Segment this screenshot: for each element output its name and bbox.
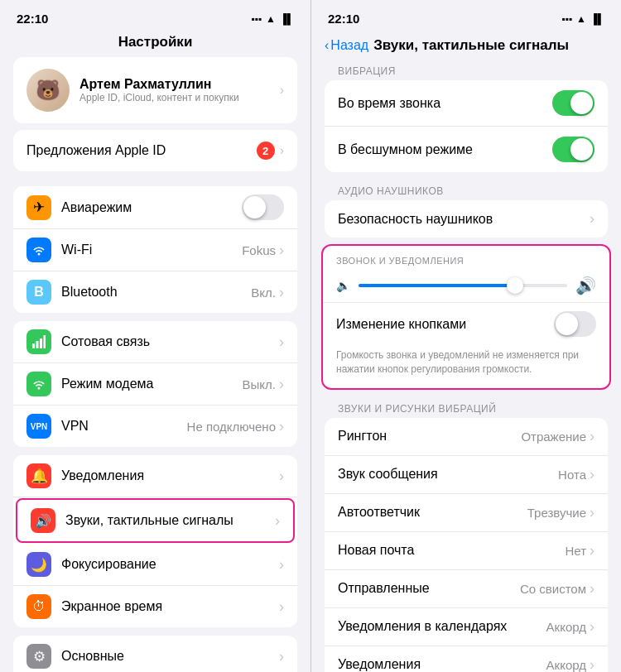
text-tone-chevron	[590, 466, 595, 483]
sent-mail-value: Со свистом	[520, 582, 586, 596]
vibrate-silent-toggle[interactable]	[552, 137, 595, 162]
focus-chevron	[279, 556, 284, 574]
voicemail-chevron	[590, 504, 595, 521]
new-mail-value: Нет	[565, 544, 586, 558]
notifications-chevron	[279, 468, 284, 485]
signal-icon-right: ▪▪▪	[561, 13, 572, 25]
settings-item-screen-time[interactable]: ⏱ Экранное время	[13, 586, 297, 627]
svg-rect-1	[36, 341, 39, 348]
settings-item-sounds[interactable]: 🔊 Звуки, тактильные сигналы	[16, 498, 295, 543]
apple-id-suggestion[interactable]: Предложения Apple ID 2 ›	[13, 130, 297, 171]
settings-item-notifications[interactable]: 🔔 Уведомления	[13, 455, 297, 497]
battery-icon: ▐▌	[280, 13, 294, 25]
sounds-label: Звуки, тактильные сигналы	[65, 513, 275, 528]
suggestion-right: 2 ›	[257, 142, 284, 160]
headphone-group: Безопасность наушников	[325, 200, 608, 238]
vibration-group: Во время звонка В бесшумном режиме	[325, 80, 608, 172]
reminders-item[interactable]: Уведомления Аккорд	[325, 646, 608, 672]
sent-mail-label: Отправленные	[338, 581, 520, 596]
text-tone-value: Нота	[558, 468, 586, 482]
reminders-label: Уведомления	[338, 657, 546, 672]
ringtone-section-header: ЗВОНОК И УВЕДОМЛЕНИЯ	[323, 249, 609, 269]
profile-section[interactable]: 🐻 Артем Рахматуллин Apple ID, iCloud, ко…	[13, 57, 297, 123]
status-icons-left: ▪▪▪ ▲ ▐▌	[251, 13, 294, 25]
settings-group-3: 🔔 Уведомления 🔊 Звуки, тактильные сигнал…	[13, 455, 297, 627]
notifications-label: Уведомления	[61, 468, 279, 483]
wifi-icon-right: ▲	[576, 13, 586, 25]
svg-rect-2	[40, 338, 42, 348]
settings-item-hotspot[interactable]: Режим модема Выкл.	[13, 363, 297, 406]
general-label: Основные	[61, 649, 279, 664]
settings-item-focus[interactable]: 🌙 Фокусирование	[13, 544, 297, 586]
screen-time-label: Экранное время	[61, 599, 279, 614]
back-button[interactable]: ‹ Назад	[325, 38, 368, 53]
sent-mail-chevron	[590, 580, 595, 598]
hotspot-value: Выкл.	[243, 377, 276, 391]
new-mail-chevron	[590, 542, 595, 559]
headphone-safety-chevron	[590, 210, 595, 228]
status-icons-right: ▪▪▪ ▲ ▐▌	[561, 13, 604, 25]
settings-item-general[interactable]: ⚙ Основные	[13, 636, 297, 672]
focus-label: Фокусирование	[61, 557, 279, 572]
new-mail-item[interactable]: Новая почта Нет	[325, 532, 608, 570]
general-icon: ⚙	[26, 644, 51, 669]
airplane-label: Авиарежим	[61, 200, 242, 215]
text-tone-item[interactable]: Звук сообщения Нота	[325, 456, 608, 494]
time-right: 22:10	[328, 12, 359, 26]
settings-item-airplane[interactable]: ✈ Авиарежим	[13, 186, 297, 229]
volume-slider-track[interactable]	[359, 284, 567, 287]
vibrate-ring-label: Во время звонка	[338, 96, 552, 111]
vpn-value: Не подключено	[187, 420, 276, 434]
vibrate-ring-toggle[interactable]	[552, 90, 595, 116]
voicemail-item[interactable]: Автоответчик Трезвучие	[325, 494, 608, 532]
knob-change-toggle-knob	[556, 313, 578, 335]
vibrate-silent-item[interactable]: В бесшумном режиме	[325, 127, 608, 172]
sounds-section-header: ЗВУКИ И РИСУНКИ ВИБРАЦИЙ	[311, 396, 621, 418]
page-title-right: Звуки, тактильные сигналы	[373, 37, 569, 54]
svg-rect-3	[44, 335, 46, 348]
cellular-label: Сотовая связь	[61, 334, 279, 349]
profile-subtitle: Apple ID, iCloud, контент и покупки	[79, 92, 270, 103]
airplane-toggle[interactable]	[242, 194, 284, 220]
vibrate-silent-label: В бесшумном режиме	[338, 142, 552, 157]
sounds-group: Рингтон Отражение Звук сообщения Нота Ав…	[325, 418, 608, 672]
status-bar-right: 22:10 ▪▪▪ ▲ ▐▌	[311, 0, 621, 31]
sounds-icon: 🔊	[31, 508, 55, 533]
volume-section: ЗВОНОК И УВЕДОМЛЕНИЯ 🔈 🔊 Изменение кнопк…	[321, 244, 611, 390]
reminders-chevron	[590, 656, 595, 672]
settings-group-1: ✈ Авиарежим Wi-Fi Fokus B Bluetooth Вкл.	[13, 186, 297, 313]
nav-bar-right: ‹ Назад Звуки, тактильные сигналы	[311, 31, 621, 59]
status-bar-left: 22:10 ▪▪▪ ▲ ▐▌	[0, 0, 310, 31]
knob-change-label: Изменение кнопками	[336, 317, 554, 332]
wifi-icon: ▲	[266, 13, 276, 25]
general-chevron	[279, 648, 284, 665]
left-panel: 22:10 ▪▪▪ ▲ ▐▌ Настройки 🐻 Артем Рахмату…	[0, 0, 310, 672]
left-scroll: 🐻 Артем Рахматуллин Apple ID, iCloud, ко…	[0, 57, 310, 672]
settings-item-wifi[interactable]: Wi-Fi Fokus	[13, 229, 297, 271]
wifi-settings-icon	[26, 238, 51, 262]
suggestion-badge: 2	[257, 142, 275, 160]
vibrate-ring-toggle-knob	[570, 92, 593, 114]
profile-info: Артем Рахматуллин Apple ID, iCloud, конт…	[79, 77, 270, 103]
knob-change-toggle[interactable]	[554, 311, 596, 337]
vibrate-ring-item[interactable]: Во время звонка	[325, 80, 608, 127]
voicemail-value: Трезвучие	[527, 506, 586, 520]
signal-icon: ▪▪▪	[251, 13, 262, 25]
bluetooth-label: Bluetooth	[61, 285, 251, 300]
ringtone-item[interactable]: Рингтон Отражение	[325, 418, 608, 456]
bluetooth-icon: B	[26, 280, 51, 305]
reminders-value: Аккорд	[546, 658, 586, 672]
settings-item-bluetooth[interactable]: B Bluetooth Вкл.	[13, 271, 297, 313]
vpn-chevron	[279, 418, 284, 435]
screen-time-icon: ⏱	[26, 594, 51, 619]
airplane-icon: ✈	[26, 195, 51, 220]
calendar-chevron	[590, 618, 595, 636]
calendar-item[interactable]: Уведомления в календарях Аккорд	[325, 608, 608, 646]
profile-name: Артем Рахматуллин	[79, 77, 270, 92]
settings-item-vpn[interactable]: VPN VPN Не подключено	[13, 406, 297, 447]
settings-item-cellular[interactable]: Сотовая связь	[13, 321, 297, 363]
sounds-chevron	[275, 512, 280, 530]
headphone-safety-item[interactable]: Безопасность наушников	[325, 200, 608, 238]
ringtone-value: Отражение	[521, 430, 586, 444]
sent-mail-item[interactable]: Отправленные Со свистом	[325, 570, 608, 608]
